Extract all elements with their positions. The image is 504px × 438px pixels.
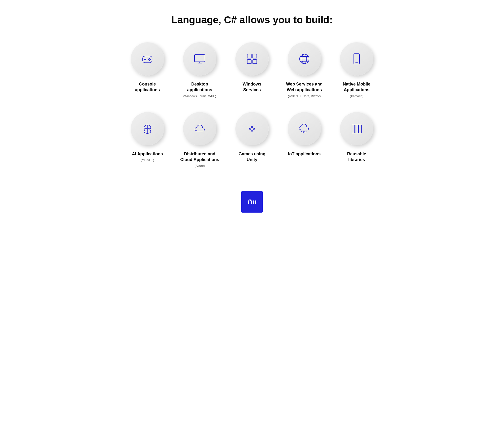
card-subtitle-desktop: (Windows Forms, WPF) bbox=[183, 94, 216, 98]
card-title-games: Games using Unity bbox=[239, 151, 265, 163]
icon-circle-games bbox=[235, 112, 269, 145]
icon-circle-console bbox=[131, 42, 164, 76]
icon-circle-mobile bbox=[340, 42, 373, 76]
icon-circle-iot bbox=[288, 112, 321, 145]
card-subtitle-cloud: (Azure) bbox=[195, 164, 205, 167]
card-console: Console applications bbox=[126, 42, 169, 98]
card-title-ai: AI Applications bbox=[132, 151, 163, 157]
card-subtitle-webservices: (ASP.NET Core, Blazor) bbox=[288, 94, 321, 98]
card-title-mobile: Native Mobile Applications bbox=[343, 81, 370, 93]
card-title-webservices: Web Services and Web applications bbox=[286, 81, 323, 93]
card-iot: IoT applications bbox=[283, 112, 326, 168]
icon-circle-webservices bbox=[288, 42, 321, 76]
row2-grid: AI Applications (ML.NET) Distributed and… bbox=[109, 112, 395, 168]
icon-circle-windows bbox=[235, 42, 269, 76]
icon-circle-libraries bbox=[340, 112, 373, 145]
card-title-cloud: Distributed and Cloud Applications bbox=[180, 151, 219, 163]
card-subtitle-ai: (ML.NET) bbox=[141, 158, 154, 162]
card-title-desktop: Desktop applications bbox=[187, 81, 212, 93]
card-title-console: Console applications bbox=[135, 81, 160, 93]
card-cloud: Distributed and Cloud Applications (Azur… bbox=[178, 112, 221, 168]
row1-grid: Console applications Desktop application… bbox=[109, 42, 395, 98]
card-subtitle-mobile: (Xamarin) bbox=[350, 94, 363, 98]
card-libraries: Reusable libraries bbox=[335, 112, 378, 168]
card-title-libraries: Reusable libraries bbox=[347, 151, 366, 163]
icon-circle-desktop bbox=[183, 42, 216, 76]
icon-circle-ai bbox=[131, 112, 164, 145]
card-mobile: Native Mobile Applications (Xamarin) bbox=[335, 42, 378, 98]
page-title: Language, C# allows you to build: bbox=[171, 14, 332, 26]
icon-circle-cloud bbox=[183, 112, 216, 145]
footer-logo-text: I'm bbox=[248, 198, 256, 206]
card-title-iot: IoT applications bbox=[288, 151, 321, 157]
footer-logo: I'm bbox=[241, 191, 263, 213]
card-windows: Windows Services bbox=[231, 42, 273, 98]
card-games: Games using Unity bbox=[231, 112, 273, 168]
card-ai: AI Applications (ML.NET) bbox=[126, 112, 169, 168]
card-desktop: Desktop applications (Windows Forms, WPF… bbox=[178, 42, 221, 98]
card-webservices: Web Services and Web applications (ASP.N… bbox=[283, 42, 326, 98]
card-title-windows: Windows Services bbox=[243, 81, 262, 93]
